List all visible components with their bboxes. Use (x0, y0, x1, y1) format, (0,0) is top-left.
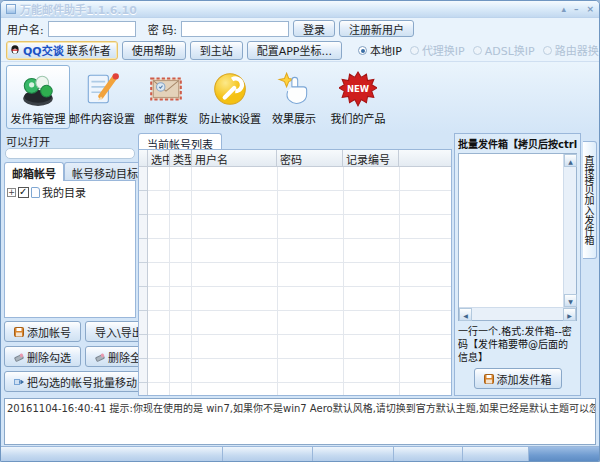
ribbon-label: 防止被K设置 (199, 110, 261, 126)
column-header-checked[interactable]: 选中 (148, 150, 170, 166)
radio-dot-icon (358, 46, 367, 55)
ribbon-item-mail-content[interactable]: 邮件内容设置 (70, 65, 134, 129)
qq-chat-label: QQ交谈 (23, 42, 64, 58)
column-header-username[interactable]: 用户名 (192, 150, 277, 166)
window-title: 万能邮件助手1.1.6.10 (20, 1, 561, 17)
empty-grid-rows (148, 167, 451, 395)
username-label: 用户名: (7, 21, 44, 37)
app-icon (6, 4, 16, 14)
ribbon: 发件箱管理 邮件内容设置 邮件群发 (1, 62, 599, 133)
batch-move-button[interactable]: 把勾选的帐号批量移动 (4, 371, 147, 392)
statusbar-segment (463, 446, 529, 461)
mail-send-icon (147, 70, 185, 108)
scroll-up-icon[interactable]: ▲ (564, 154, 577, 167)
ribbon-item-mail-send[interactable]: 邮件群发 (134, 65, 198, 129)
contact-author-label: 联系作者 (67, 42, 111, 58)
vertical-scrollbar[interactable]: ▲ ▼ (563, 154, 576, 307)
status-message-box: 20161104-16:40:41 提示:你现在使用的是 win7,如果你不是w… (4, 398, 596, 445)
login-button[interactable]: 登录 (293, 20, 335, 37)
radio-router-ip-label: 路由器换IP (555, 42, 600, 58)
radio-local-ip[interactable]: 本地IP (358, 42, 402, 58)
close-icon[interactable]: × (586, 4, 594, 14)
radio-adsl-ip-label: ADSL换IP (485, 42, 535, 58)
tree-expander-icon[interactable]: + (7, 188, 16, 197)
ribbon-label: 邮件群发 (144, 110, 188, 126)
tree-item-label: 我的目录 (42, 184, 86, 200)
help-button[interactable]: 使用帮助 (122, 41, 186, 60)
ribbon-item-anti-block[interactable]: 防止被K设置 (198, 65, 262, 129)
main-site-button[interactable]: 到主站 (190, 41, 243, 60)
add-account-label: 添加帐号 (27, 324, 71, 340)
left-buttons: 添加帐号 导入\导出 ▼ 删除勾选 删除全部 (4, 318, 136, 396)
ribbon-item-mailbox-manage[interactable]: 发件箱管理 (6, 65, 70, 129)
eraser-icon (14, 352, 24, 362)
statusbar-segment (1, 446, 223, 461)
column-header-password[interactable]: 密码 (277, 150, 343, 166)
delete-checked-button[interactable]: 删除勾选 (4, 346, 81, 367)
disk-icon (484, 374, 494, 384)
radio-router-ip[interactable]: 路由器换IP (543, 42, 600, 58)
mailbox-manage-icon (19, 70, 57, 108)
username-input[interactable] (48, 21, 136, 37)
qq-penguin-icon (10, 45, 20, 55)
password-input[interactable] (181, 21, 289, 37)
statusbar-segment (223, 446, 313, 461)
bulk-sender-box: ▲ ▼ ◀ ▶ (458, 153, 577, 321)
radio-proxy-ip[interactable]: 代理换IP (410, 42, 465, 58)
horizontal-scrollbar[interactable]: ◀ ▶ (459, 307, 576, 320)
ribbon-label: 发件箱管理 (11, 110, 66, 126)
register-button[interactable]: 注册新用户 (339, 20, 414, 37)
disk-icon (14, 327, 24, 337)
checkbox-checked-icon[interactable] (18, 187, 29, 198)
status-message: 20161104-16:40:41 提示:你现在使用的是 win7,如果你不是w… (7, 403, 596, 414)
scroll-left-icon[interactable]: ◀ (459, 308, 472, 321)
center-panel: 当前帐号列表 选中 类型 用户名 密码 记录编号 (138, 133, 452, 396)
tab-current-account-list[interactable]: 当前帐号列表 (138, 133, 222, 150)
rollup-icon[interactable]: ▴ (561, 4, 566, 14)
mail-content-icon (83, 70, 121, 108)
table-header: 选中 类型 用户名 密码 记录编号 (139, 150, 451, 167)
column-header-record-id[interactable]: 记录编号 (343, 150, 399, 166)
radio-proxy-ip-label: 代理换IP (422, 42, 465, 58)
tree-item-my-directory[interactable]: + 我的目录 (7, 184, 133, 200)
add-sender-button[interactable]: 添加发件箱 (474, 368, 562, 389)
radio-adsl-ip[interactable]: ADSL换IP (473, 42, 535, 58)
row-header-column (139, 167, 148, 395)
bulk-sender-header: 批量发件箱【拷贝后按ctrl+v粘贴】 (458, 136, 577, 151)
ribbon-label: 邮件内容设置 (69, 110, 135, 126)
tab-move-target[interactable]: 帐号移动目标 (64, 162, 146, 181)
login-row: 用户名: 密 码: 登录 注册新用户 (1, 18, 599, 39)
tab-mail-accounts[interactable]: 邮箱帐号 (4, 162, 64, 181)
format-hint-text: 一行一个.格式:发件箱--密码【发件箱要带@后面的信息】 (458, 321, 577, 366)
filler-header-cell (399, 150, 451, 166)
new-product-icon: NEW (339, 70, 377, 108)
tab-direct-copy-add[interactable]: 直接拷贝加入发件箱 (583, 141, 597, 259)
tool-row: QQ交谈 联系作者 使用帮助 到主站 配置APP坐标... 本地IP 代理换IP… (1, 39, 599, 62)
column-header-type[interactable]: 类型 (170, 150, 192, 166)
corner-header-cell (139, 150, 148, 166)
add-account-button[interactable]: 添加帐号 (4, 321, 81, 342)
statusbar-segment (529, 446, 599, 461)
radio-dot-icon (410, 46, 419, 55)
bulk-sender-textarea[interactable] (459, 154, 563, 307)
scroll-down-icon[interactable]: ▼ (564, 294, 577, 307)
anti-block-icon (211, 70, 249, 108)
scroll-right-icon[interactable]: ▶ (563, 308, 576, 321)
qq-chat-button[interactable]: QQ交谈 联系作者 (6, 41, 118, 60)
eraser-icon (95, 352, 105, 362)
delete-checked-label: 删除勾选 (27, 349, 71, 365)
ribbon-item-our-products[interactable]: NEW 我们的产品 (326, 65, 390, 129)
new-badge: NEW (347, 84, 370, 94)
app-coord-button[interactable]: 配置APP坐标... (247, 41, 342, 60)
titlebar: 万能邮件助手1.1.6.10 ▴ – × (1, 1, 599, 18)
batch-move-label: 把勾选的帐号批量移动 (27, 374, 137, 390)
minimize-icon[interactable]: – (574, 4, 579, 14)
ribbon-item-effect-demo[interactable]: 效果展示 (262, 65, 326, 129)
right-panel: 批量发件箱【拷贝后按ctrl+v粘贴】 ▲ ▼ ◀ ▶ 一行一个.格式:发件箱-… (454, 133, 581, 396)
main-area: 可以打开 邮箱帐号 帐号移动目标 + 我的目录 添加帐号 (1, 133, 599, 396)
ribbon-label: 我们的产品 (331, 110, 386, 126)
table-body[interactable] (139, 167, 451, 395)
left-panel: 可以打开 邮箱帐号 帐号移动目标 + 我的目录 添加帐号 (4, 133, 136, 396)
effect-demo-icon (275, 70, 313, 108)
radio-dot-icon (473, 46, 482, 55)
